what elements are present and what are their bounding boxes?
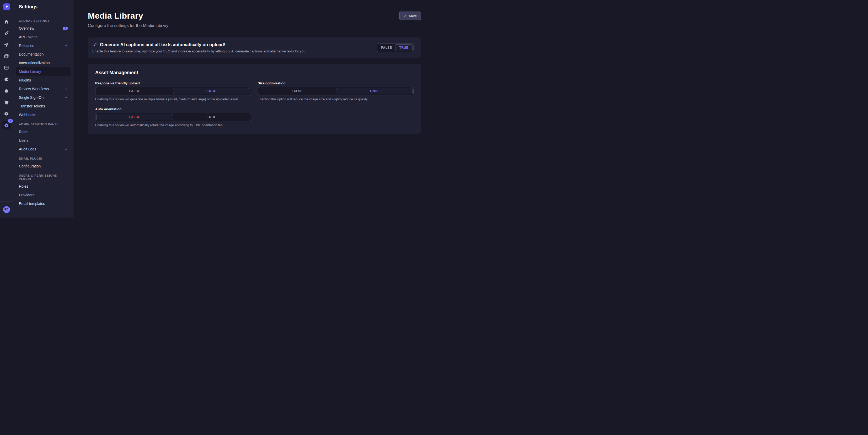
- rail-icon-list: 1: [0, 14, 13, 201]
- size-optimization-toggle-true[interactable]: TRUE: [336, 88, 412, 94]
- sidebar-item-overview[interactable]: Overview 1: [16, 24, 71, 33]
- auto-orientation-toggle-true[interactable]: TRUE: [173, 114, 250, 120]
- pictures-icon[interactable]: [2, 52, 11, 60]
- lightning-icon: [64, 44, 68, 47]
- ai-captions-banner: Generate AI captions and alt texts autom…: [88, 37, 421, 58]
- field-responsive-friendly-upload: Responsive friendly upload FALSE TRUE En…: [95, 81, 251, 101]
- main-content: Media Library Configure the settings for…: [73, 0, 434, 218]
- sidebar-item-review-workflows[interactable]: Review Workflows: [16, 85, 71, 93]
- ai-captions-toggle-true[interactable]: TRUE: [395, 44, 412, 51]
- auto-orientation-toggle: FALSE TRUE: [95, 113, 251, 121]
- ai-captions-toggle-false[interactable]: FALSE: [378, 44, 395, 51]
- feather-icon[interactable]: [2, 29, 11, 37]
- sparkles-icon: [92, 42, 98, 47]
- sidebar-item-webhooks[interactable]: Webhooks: [16, 110, 71, 119]
- sidebar-item-media-library[interactable]: Media Library: [16, 67, 71, 76]
- save-button[interactable]: Save: [399, 11, 421, 20]
- paper-plane-icon[interactable]: [2, 40, 11, 49]
- overview-badge: 1: [63, 27, 68, 30]
- field-hint: Enabling this option will reduce the ima…: [258, 98, 414, 101]
- sidebar-item-documentation[interactable]: Documentation: [16, 50, 71, 59]
- sidebar-item-api-tokens[interactable]: API Tokens: [16, 33, 71, 41]
- size-optimization-toggle-false[interactable]: FALSE: [259, 88, 336, 94]
- gear-icon[interactable]: 1: [2, 121, 11, 129]
- auto-orientation-toggle-false[interactable]: FALSE: [96, 114, 173, 120]
- sidebar-item-up-roles[interactable]: Roles: [16, 182, 71, 191]
- sidebar-item-audit-logs[interactable]: Audit Logs: [16, 145, 71, 153]
- sidebar-item-admin-roles[interactable]: Roles: [16, 128, 71, 136]
- info-icon[interactable]: [2, 109, 11, 118]
- banner-title: Generate AI captions and alt texts autom…: [100, 42, 225, 47]
- lightning-icon: [64, 87, 68, 91]
- icon-rail: 1 RD: [0, 0, 13, 218]
- asset-management-card: Asset Management Responsive friendly upl…: [88, 64, 421, 134]
- field-label: Size optimization: [258, 81, 414, 85]
- sidebar-item-internationalization[interactable]: Internationalization: [16, 59, 71, 67]
- puzzle-piece-icon[interactable]: [2, 87, 11, 95]
- section-label-administration-panel: ADMINISTRATION PANEL: [13, 123, 73, 126]
- field-auto-orientation: Auto orientation FALSE TRUE Enabling thi…: [95, 107, 251, 127]
- ai-captions-toggle: FALSE TRUE: [377, 43, 413, 52]
- field-label: Auto orientation: [95, 107, 251, 111]
- lightning-icon: [64, 96, 68, 99]
- sidebar-item-email-configuration[interactable]: Configuration: [16, 162, 71, 170]
- sidebar-item-admin-users[interactable]: Users: [16, 136, 71, 145]
- sidebar-item-transfer-tokens[interactable]: Transfer Tokens: [16, 102, 71, 110]
- responsive-toggle-false[interactable]: FALSE: [96, 88, 173, 94]
- sidebar-item-email-templates[interactable]: Email templates: [16, 199, 71, 208]
- settings-sidebar: Settings GLOBAL SETTINGS Overview 1 API …: [13, 0, 73, 218]
- shopping-cart-icon[interactable]: [2, 98, 11, 106]
- sidebar-title: Settings: [13, 0, 73, 14]
- field-hint: Enabling this option will generate multi…: [95, 98, 251, 101]
- section-label-email-plugin: EMAIL PLUGIN: [13, 157, 73, 160]
- strapi-logo-icon: [4, 5, 9, 9]
- layout-icon[interactable]: [2, 63, 11, 72]
- rail-logo-area: [0, 0, 13, 14]
- home-icon[interactable]: [2, 17, 11, 26]
- field-size-optimization: Size optimization FALSE TRUE Enabling th…: [258, 81, 414, 101]
- sidebar-nav: GLOBAL SETTINGS Overview 1 API Tokens Re…: [13, 14, 73, 218]
- asset-management-title: Asset Management: [95, 70, 413, 75]
- check-icon: [404, 14, 407, 17]
- section-label-global-settings: GLOBAL SETTINGS: [13, 19, 73, 22]
- sidebar-item-providers[interactable]: Providers: [16, 191, 71, 199]
- settings-notification-badge: 1: [8, 119, 13, 123]
- field-label: Responsive friendly upload: [95, 81, 251, 85]
- section-label-users-permissions-plugin: USERS & PERMISSIONS PLUGIN: [13, 174, 73, 180]
- lightning-icon: [64, 147, 68, 151]
- avatar[interactable]: RD: [3, 206, 10, 213]
- sidebar-item-plugins[interactable]: Plugins: [16, 76, 71, 85]
- responsive-toggle-true[interactable]: TRUE: [173, 88, 250, 94]
- sidebar-item-single-sign-on[interactable]: Single Sign-On: [16, 93, 71, 102]
- page-title: Media Library: [88, 11, 168, 21]
- size-optimization-toggle: FALSE TRUE: [258, 87, 414, 95]
- banner-description: Enable this feature to save time, optimi…: [92, 49, 377, 53]
- field-hint: Enabling this option will automatically …: [95, 124, 251, 127]
- strapi-logo[interactable]: [3, 3, 10, 10]
- puzzle-piece-icon[interactable]: [2, 75, 11, 83]
- responsive-friendly-upload-toggle: FALSE TRUE: [95, 87, 251, 95]
- page-subtitle: Configure the settings for the Media Lib…: [88, 23, 168, 28]
- rail-footer: RD: [0, 201, 13, 218]
- sidebar-item-releases[interactable]: Releases: [16, 41, 71, 50]
- page-header: Media Library Configure the settings for…: [88, 11, 421, 28]
